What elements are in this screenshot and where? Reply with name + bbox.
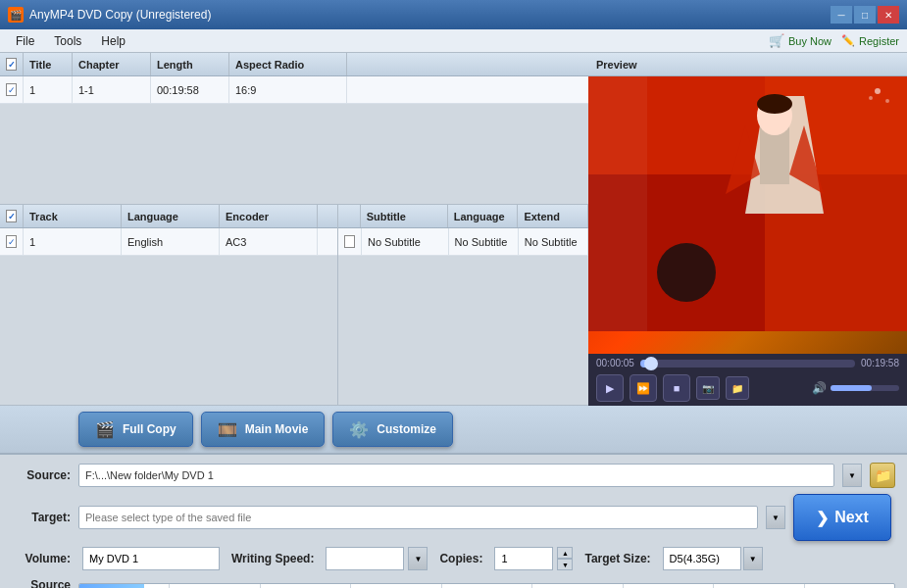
media-buttons: ▶ ⏩ ■ 📷 📁 🔊 bbox=[596, 374, 899, 402]
source-label: Source: bbox=[12, 468, 71, 482]
register-icon: ✏️ bbox=[841, 34, 855, 47]
volume-section: 🔊 bbox=[812, 381, 899, 395]
menu-help[interactable]: Help bbox=[93, 32, 133, 50]
preview-label: Preview bbox=[588, 53, 907, 76]
subtitle-table-header: Subtitle Language Extend bbox=[338, 205, 588, 228]
subtitle-row-name: No Subtitle bbox=[362, 228, 449, 255]
writing-speed-wrap: ▼ bbox=[326, 547, 428, 570]
svg-point-7 bbox=[757, 94, 792, 114]
size-tick-1gb: 1GB bbox=[79, 584, 169, 588]
preview-video bbox=[588, 76, 907, 354]
size-tick-9gb: 9GB bbox=[804, 584, 894, 588]
chapter-header: Chapter bbox=[73, 53, 151, 75]
writing-speed-input[interactable] bbox=[326, 547, 404, 570]
volume-row: Volume: Writing Speed: ▼ Copies: ▲ ▼ Tar… bbox=[12, 547, 895, 570]
audio-checkbox[interactable] bbox=[6, 235, 17, 248]
audio-check-all[interactable] bbox=[6, 210, 17, 222]
copies-spinner: ▲ ▼ bbox=[557, 547, 573, 570]
row-check[interactable] bbox=[0, 76, 24, 103]
size-tick-3gb: 3GB bbox=[260, 584, 350, 588]
audio-row[interactable]: 1 English AC3 bbox=[0, 228, 337, 256]
source-folder-button[interactable]: 📁 bbox=[870, 463, 895, 488]
time-start: 00:00:05 bbox=[596, 358, 634, 368]
subtitle-checkbox[interactable] bbox=[344, 235, 355, 248]
svg-point-13 bbox=[885, 99, 889, 103]
title-check-all[interactable] bbox=[6, 58, 17, 71]
preview-panel: Preview bbox=[588, 53, 907, 406]
size-bar-container: 1GB 2GB 3GB 4GB 5GB 6GB 7GB 8GB 9GB bbox=[78, 583, 895, 588]
audio-row-encoder: AC3 bbox=[220, 228, 318, 255]
menu-tools[interactable]: Tools bbox=[46, 32, 89, 50]
title-table-header: Title Chapter Length Aspect Radio bbox=[0, 53, 588, 76]
copies-down-button[interactable]: ▼ bbox=[557, 559, 573, 570]
window-title: AnyMP4 DVD Copy (Unregistered) bbox=[29, 8, 211, 22]
customize-button[interactable]: ⚙️ Customize bbox=[332, 412, 453, 447]
source-input[interactable] bbox=[78, 464, 834, 487]
subtitle-row-check[interactable] bbox=[338, 228, 362, 255]
screenshot-button[interactable]: 📷 bbox=[696, 376, 720, 400]
stop-button[interactable]: ■ bbox=[663, 374, 690, 402]
progress-track[interactable] bbox=[640, 360, 855, 368]
buy-register-section: 🛒 Buy Now ✏️ Register bbox=[769, 33, 899, 48]
row-checkbox[interactable] bbox=[6, 83, 17, 96]
copies-up-button[interactable]: ▲ bbox=[557, 547, 573, 559]
audio-language-header: Language bbox=[122, 205, 220, 227]
size-tick-5gb: 5GB bbox=[441, 584, 531, 588]
row-title: 1 bbox=[24, 76, 73, 103]
menu-file[interactable]: File bbox=[8, 32, 42, 50]
full-copy-button[interactable]: 🎬 Full Copy bbox=[78, 412, 193, 447]
customize-icon: ⚙️ bbox=[349, 420, 369, 439]
row-length: 00:19:58 bbox=[151, 76, 229, 103]
target-row: Target: ▼ ❯ Next bbox=[12, 494, 895, 541]
volume-input[interactable] bbox=[82, 547, 220, 570]
tables-area: Title Chapter Length Aspect Radio 1 1-1 … bbox=[0, 53, 588, 406]
folder-button[interactable]: 📁 bbox=[726, 376, 749, 400]
full-copy-icon: 🎬 bbox=[95, 420, 115, 439]
copies-label: Copies: bbox=[439, 552, 482, 565]
audio-check-header bbox=[0, 205, 24, 227]
fast-forward-button[interactable]: ⏩ bbox=[630, 374, 657, 402]
audio-subtitle-area: Track Language Encoder 1 English AC3 bbox=[0, 205, 588, 406]
register-button[interactable]: ✏️ Register bbox=[841, 34, 899, 47]
subtitle-row[interactable]: No Subtitle No Subtitle No Subtitle bbox=[338, 228, 588, 256]
size-tick-2gb: 2GB bbox=[169, 584, 259, 588]
maximize-button[interactable]: □ bbox=[854, 6, 876, 24]
minimize-button[interactable]: ─ bbox=[831, 6, 852, 24]
target-dropdown-button[interactable]: ▼ bbox=[766, 506, 785, 529]
source-row: Source: ▼ 📁 bbox=[12, 463, 895, 488]
window-controls: ─ □ ✕ bbox=[831, 6, 899, 24]
volume-track[interactable] bbox=[831, 385, 899, 391]
copies-input[interactable] bbox=[494, 547, 553, 570]
target-size-dropdown-button[interactable]: ▼ bbox=[743, 547, 763, 570]
play-button[interactable]: ▶ bbox=[596, 374, 624, 402]
audio-row-check[interactable] bbox=[0, 228, 24, 255]
next-button[interactable]: ❯ Next bbox=[793, 494, 891, 541]
bottom-form: Source: ▼ 📁 Target: ▼ ❯ Next Volume: Wri… bbox=[0, 455, 907, 588]
svg-point-12 bbox=[869, 96, 873, 100]
table-row[interactable]: 1 1-1 00:19:58 16:9 bbox=[0, 76, 588, 104]
target-input[interactable] bbox=[78, 506, 758, 529]
target-size-input[interactable] bbox=[663, 547, 741, 570]
volume-fill bbox=[831, 385, 872, 391]
audio-row-track: 1 bbox=[24, 228, 122, 255]
title-bar: 🎬 AnyMP4 DVD Copy (Unregistered) ─ □ ✕ bbox=[0, 0, 907, 29]
time-end: 00:19:58 bbox=[861, 358, 899, 368]
buy-now-button[interactable]: 🛒 Buy Now bbox=[769, 33, 831, 48]
subtitle-row-language: No Subtitle bbox=[449, 228, 519, 255]
audio-table: Track Language Encoder 1 English AC3 bbox=[0, 205, 338, 406]
size-tick-labels: 1GB 2GB 3GB 4GB 5GB 6GB 7GB 8GB 9GB bbox=[79, 584, 894, 588]
speed-dropdown-button[interactable]: ▼ bbox=[408, 547, 428, 570]
aspect-header: Aspect Radio bbox=[229, 53, 347, 75]
main-movie-button[interactable]: 🎞️ Main Movie bbox=[201, 412, 326, 447]
main-movie-icon: 🎞️ bbox=[218, 420, 237, 439]
size-tick-6gb: 6GB bbox=[531, 584, 622, 588]
audio-row-language: English bbox=[122, 228, 220, 255]
encoder-header: Encoder bbox=[220, 205, 318, 227]
cart-icon: 🛒 bbox=[769, 33, 784, 48]
progress-thumb[interactable] bbox=[644, 357, 658, 370]
svg-point-11 bbox=[875, 88, 881, 94]
source-dropdown-button[interactable]: ▼ bbox=[842, 464, 862, 487]
close-button[interactable]: ✕ bbox=[878, 6, 899, 24]
subtitle-header: Subtitle bbox=[361, 205, 448, 227]
progress-bar-container: 00:00:05 00:19:58 bbox=[596, 358, 899, 368]
